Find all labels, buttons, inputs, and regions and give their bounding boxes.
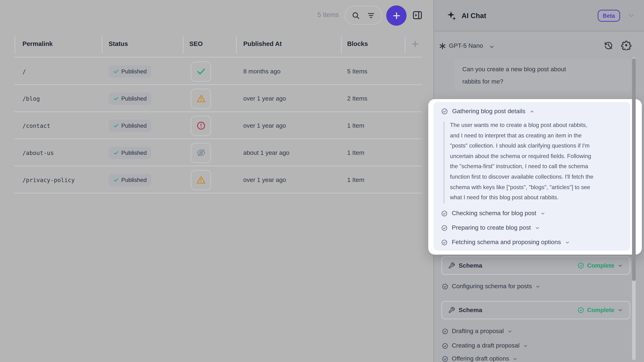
column-header-blocks[interactable]: Blocks (347, 40, 368, 48)
reasoning-step[interactable]: Drafting a proposal (442, 328, 512, 335)
app-window: 5 Items (0, 0, 644, 362)
tool-call-status: Complete (578, 262, 623, 269)
user-message-text: Can you create a new blog post about rab… (454, 58, 631, 93)
toggle-side-panel-icon[interactable] (412, 10, 423, 21)
table-row[interactable]: /blog Published over 1 year ago 2 Items (14, 85, 422, 112)
circle-check-icon (442, 328, 448, 335)
add-item-button[interactable] (386, 5, 406, 26)
check-icon (113, 69, 119, 74)
column-header-published-at[interactable]: Published At (243, 40, 282, 48)
column-divider (102, 36, 102, 53)
reasoning-summary[interactable]: Preparing to create blog post (441, 224, 540, 231)
check-icon (113, 150, 119, 155)
seo-status-box (191, 170, 211, 190)
check-icon (113, 123, 119, 128)
tool-call-schema[interactable]: Schema Complete (441, 301, 630, 319)
tool-call-name: Schema (459, 307, 482, 314)
column-header-status[interactable]: Status (108, 40, 128, 48)
search-filter-group (345, 6, 382, 25)
reasoning-summary-expanded[interactable]: Gathering blog post details (441, 108, 535, 115)
check-icon (113, 96, 119, 101)
column-divider (341, 36, 342, 53)
status-badge: Published (108, 65, 152, 77)
beta-badge: Beta (598, 10, 620, 22)
gear-icon[interactable] (621, 40, 631, 50)
table-row[interactable]: /about-us Published about 1 year ago 1 I… (14, 139, 422, 166)
status-label: Published (121, 68, 147, 75)
published-at-cell: over 1 year ago (243, 122, 286, 129)
openai-logo-icon (438, 42, 447, 50)
add-column-icon[interactable] (410, 39, 420, 49)
status-label: Complete (587, 262, 614, 269)
blocks-cell: 5 Items (347, 68, 368, 75)
permalink-cell: /privacy-policy (22, 176, 75, 183)
scrollbar-thumb[interactable] (632, 58, 636, 281)
panel-title: AI Chat (462, 11, 486, 20)
reasoning-step[interactable]: Offering draft options (442, 355, 518, 362)
reasoning-summary[interactable]: Fetching schema and proposing options (441, 239, 570, 246)
chevron-down-icon (617, 263, 623, 269)
seo-status-box (191, 143, 211, 163)
reasoning-step[interactable]: Creating a draft proposal (442, 342, 528, 349)
circle-check-icon (442, 342, 448, 349)
tool-call-name: Schema (459, 262, 482, 269)
table-row[interactable]: /contact Published over 1 year ago 1 Ite… (14, 112, 422, 139)
user-message-bubble: Can you create a new blog post about rab… (454, 58, 631, 91)
column-header-permalink[interactable]: Permalink (22, 40, 53, 48)
column-divider (183, 36, 184, 53)
circle-check-icon (441, 210, 448, 217)
chevron-down-icon (535, 284, 540, 289)
circle-check-icon (441, 224, 448, 231)
table-row[interactable]: /privacy-policy Published over 1 year ag… (14, 166, 422, 193)
blocks-cell: 2 Items (347, 95, 368, 102)
model-selector[interactable]: GPT-5 Nano (449, 42, 483, 49)
blocks-cell: 1 Item (347, 149, 364, 156)
tool-call-schema[interactable]: Schema Complete (441, 256, 630, 275)
blocks-cell: 1 Item (347, 122, 364, 129)
published-at-cell: over 1 year ago (243, 95, 286, 102)
filter-icon[interactable] (366, 11, 375, 20)
reasoning-item-label: Fetching schema and proposing options (452, 239, 561, 246)
search-icon[interactable] (352, 11, 360, 20)
seo-status-box (191, 88, 211, 109)
wrench-icon (448, 262, 455, 269)
status-badge: Published (108, 92, 152, 105)
chevron-down-icon (565, 240, 570, 245)
step-label: Creating a draft proposal (452, 342, 520, 349)
check-icon (113, 177, 119, 183)
status-badge: Published (108, 147, 152, 159)
published-at-cell: 8 months ago (243, 68, 280, 75)
column-divider (405, 36, 406, 53)
circle-check-icon (578, 307, 584, 314)
sparkles-icon (446, 10, 456, 21)
plus-icon (392, 11, 401, 20)
chevron-down-icon (617, 307, 623, 313)
reasoning-indent-rule (444, 121, 444, 203)
status-label: Published (121, 177, 147, 183)
status-badge: Published (108, 119, 152, 132)
chevron-down-icon (535, 225, 540, 231)
step-label: Offering draft options (452, 355, 509, 362)
published-at-cell: over 1 year ago (243, 176, 286, 184)
table-row[interactable]: / Published 8 months ago 5 Items (14, 58, 422, 85)
column-header-seo[interactable]: SEO (189, 40, 203, 48)
permalink-cell: /about-us (22, 149, 54, 156)
status-label: Published (121, 95, 147, 102)
reasoning-summary[interactable]: Checking schema for blog post (441, 210, 546, 217)
permalink-cell: / (22, 68, 26, 75)
clear-history-icon[interactable] (604, 41, 613, 50)
reasoning-step[interactable]: Configuring schema for posts (442, 283, 540, 290)
circle-check-icon (578, 262, 584, 269)
reasoning-item-label: Preparing to create blog post (452, 224, 531, 231)
status-badge: Published (108, 174, 152, 186)
circle-check-icon (441, 108, 448, 115)
chevron-up-icon (530, 109, 535, 114)
chevron-down-icon[interactable] (627, 11, 636, 20)
reasoning-title: Gathering blog post details (452, 108, 526, 115)
tool-call-status: Complete (578, 307, 623, 314)
seo-status-box (191, 115, 211, 136)
chevron-down-icon (540, 211, 546, 216)
wrench-icon (448, 307, 455, 314)
reasoning-item-label: Checking schema for blog post (452, 210, 536, 217)
permalink-cell: /blog (22, 95, 40, 102)
